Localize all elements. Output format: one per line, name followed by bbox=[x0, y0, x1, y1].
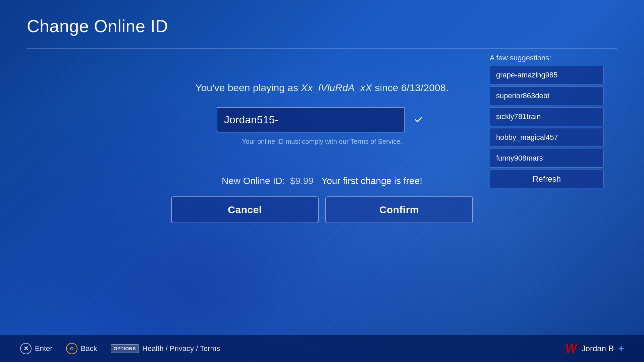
ps-plus-icon: + bbox=[619, 343, 624, 354]
buttons-row: Cancel Confirm bbox=[171, 196, 473, 223]
user-name: Jordan B bbox=[582, 344, 614, 353]
suggestion-item-0[interactable]: grape-amazing985 bbox=[490, 66, 604, 84]
footer-right: W Jordan B + bbox=[566, 342, 624, 356]
action-section: New Online ID: $9.99 Your first change i… bbox=[171, 176, 473, 223]
footer-bar: ✕ Enter Back OPTIONS Health / Privacy / … bbox=[0, 335, 644, 362]
footer-back: Back bbox=[66, 343, 97, 354]
subtitle-prefix: You've been playing as bbox=[195, 82, 301, 93]
back-label: Back bbox=[81, 344, 97, 353]
pricing-label: New Online ID: bbox=[222, 176, 285, 186]
cancel-button[interactable]: Cancel bbox=[171, 196, 319, 223]
options-label: Health / Privacy / Terms bbox=[142, 344, 220, 353]
subtitle-suffix: since 6/13/2008. bbox=[372, 82, 449, 93]
suggestion-item-4[interactable]: funny908mars bbox=[490, 149, 604, 168]
confirm-button[interactable]: Confirm bbox=[325, 196, 473, 223]
footer-left: ✕ Enter Back OPTIONS Health / Privacy / … bbox=[20, 343, 220, 354]
circle-button-icon bbox=[66, 343, 77, 354]
enter-label: Enter bbox=[35, 344, 53, 353]
online-id-input[interactable] bbox=[217, 107, 405, 132]
page-container: Change Online ID You've been playing as … bbox=[0, 0, 644, 362]
refresh-button[interactable]: Refresh bbox=[490, 170, 604, 188]
options-button-icon: OPTIONS bbox=[111, 344, 139, 353]
suggestions-label: A few suggestions: bbox=[490, 54, 604, 62]
x-button-icon: ✕ bbox=[20, 343, 32, 354]
suggestion-item-1[interactable]: superior863debt bbox=[490, 86, 604, 105]
subtitle-username: Xx_lVluRdA_xX bbox=[301, 82, 372, 93]
suggestion-item-3[interactable]: hobby_magical457 bbox=[490, 128, 604, 147]
check-icon bbox=[410, 111, 427, 128]
suggestions-panel: A few suggestions: grape-amazing985 supe… bbox=[490, 54, 604, 188]
subtitle: You've been playing as Xx_lVluRdA_xX sin… bbox=[195, 82, 448, 94]
wisconsin-logo: W bbox=[566, 342, 577, 356]
pricing-text: New Online ID: $9.99 Your first change i… bbox=[222, 176, 422, 186]
page-title: Change Online ID bbox=[27, 16, 617, 36]
footer-options: OPTIONS Health / Privacy / Terms bbox=[111, 344, 220, 353]
free-label: Your first change is free! bbox=[321, 176, 422, 186]
terms-text: Your online ID must comply with our Term… bbox=[242, 138, 402, 145]
suggestion-item-2[interactable]: sickly781train bbox=[490, 107, 604, 126]
header: Change Online ID bbox=[0, 0, 644, 48]
footer-enter: ✕ Enter bbox=[20, 343, 53, 354]
price-crossed: $9.99 bbox=[290, 176, 314, 186]
options-btn-label: OPTIONS bbox=[114, 346, 136, 351]
input-area bbox=[217, 107, 427, 132]
circle-button-inner bbox=[70, 347, 73, 350]
